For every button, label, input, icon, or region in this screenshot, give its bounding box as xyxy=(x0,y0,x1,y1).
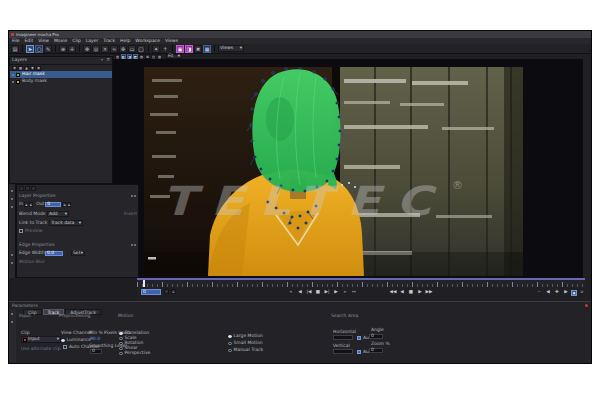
magnetic-spline-tool-icon[interactable]: ✜ xyxy=(119,45,127,53)
smoothing-field[interactable]: 0 xyxy=(90,349,102,354)
horizontal-auto-checkbox[interactable] xyxy=(357,336,361,340)
play-button[interactable]: ▶ xyxy=(332,287,340,297)
shear-radio[interactable] xyxy=(119,347,123,351)
collapse-icon[interactable] xyxy=(131,195,133,197)
timeline-ruler[interactable] xyxy=(137,280,585,287)
out-increment-button[interactable]: ▶ xyxy=(67,202,71,207)
timeline-zoom-icon[interactable]: ▸ xyxy=(171,289,176,294)
play-reverse-button[interactable]: ◀ xyxy=(296,287,304,297)
title-bar[interactable]: Imagineer mocha Pro xyxy=(9,31,592,38)
angle-field[interactable]: 0 xyxy=(369,334,383,339)
menu-movie[interactable]: Movie xyxy=(54,39,67,44)
pen-tool-icon[interactable]: ✎ xyxy=(44,45,52,53)
translation-radio[interactable] xyxy=(119,332,123,336)
edge-set-button[interactable]: Set ▾ xyxy=(71,251,85,256)
current-frame-field[interactable]: 0 xyxy=(141,289,161,295)
bezier-spline-tool-icon[interactable]: ≈ xyxy=(110,45,118,53)
link-to-track-dropdown[interactable]: Track data ▾ xyxy=(49,220,83,226)
prev-keyframe-button[interactable]: ◀ xyxy=(544,287,552,297)
menu-layer[interactable]: Layer xyxy=(86,39,99,44)
new-group-icon[interactable]: ▦ xyxy=(18,66,23,71)
corner-pin-tool-icon[interactable]: ✖ xyxy=(194,45,202,53)
new-layer-icon[interactable]: ✚ xyxy=(12,66,17,71)
ellipse-tool-icon[interactable]: ◯ xyxy=(137,45,145,53)
panel-options-icon[interactable] xyxy=(134,244,136,246)
menu-workspace[interactable]: Workspace xyxy=(135,39,160,44)
nudge-tool-icon[interactable]: ✛ xyxy=(68,45,76,53)
marquee-select-tool-icon[interactable]: ▢ xyxy=(35,45,43,53)
manual-track-radio[interactable] xyxy=(228,349,232,353)
transform-tool-icon[interactable]: ▣ xyxy=(176,45,184,53)
small-motion-radio[interactable] xyxy=(228,342,232,346)
side-strip-icon[interactable] xyxy=(11,206,13,208)
layer-color-chip[interactable] xyxy=(16,80,20,84)
blend-mode-dropdown[interactable]: Add ▾ xyxy=(47,211,69,217)
step-back-button[interactable]: |◀ xyxy=(305,287,313,297)
in-increment-button[interactable]: ▶ xyxy=(29,202,33,207)
large-motion-radio[interactable] xyxy=(228,335,232,339)
menu-view[interactable]: View xyxy=(38,39,49,44)
rectangle-tool-icon[interactable]: ▭ xyxy=(128,45,136,53)
vertical-field[interactable] xyxy=(333,349,353,354)
viewport-canvas[interactable]: TELTEC ® xyxy=(113,59,583,278)
pan-tool-icon[interactable]: ✥ xyxy=(83,45,91,53)
preview-checkbox[interactable] xyxy=(19,229,23,233)
delete-layer-icon[interactable]: ✖ xyxy=(36,66,41,71)
x-spline-tool-icon[interactable]: ✕ xyxy=(101,45,109,53)
stop-button[interactable]: ■ xyxy=(314,287,322,297)
layer-row-body[interactable]: Body mask xyxy=(10,78,112,85)
props-toolbar-icon[interactable] xyxy=(25,186,30,191)
move-layer-down-icon[interactable]: ▼ xyxy=(30,66,35,71)
out-frame-field[interactable]: 0 xyxy=(45,202,61,207)
alternate-clip-note[interactable]: Use alternate clip xyxy=(21,347,61,352)
auto-channel-checkbox[interactable] xyxy=(63,345,67,349)
in-decrement-button[interactable]: ◀ xyxy=(24,202,28,207)
params-strip-icon[interactable] xyxy=(11,321,13,323)
horizontal-field[interactable] xyxy=(333,335,353,340)
skew-tool-icon[interactable]: ◨ xyxy=(185,45,193,53)
menu-file[interactable]: File xyxy=(12,39,20,44)
add-shape-tool-icon[interactable]: ＋ xyxy=(161,44,169,54)
vertical-auto-checkbox[interactable] xyxy=(357,350,361,354)
step-forward-button[interactable]: ▶| xyxy=(323,287,331,297)
next-keyframe-button[interactable]: ▶ xyxy=(562,287,570,297)
add-keyframe-button[interactable]: ✚ xyxy=(553,287,561,297)
min-pixels-value[interactable]: 90.0 xyxy=(90,337,100,342)
visibility-eye-icon[interactable] xyxy=(12,74,14,76)
add-point-tool-icon[interactable]: ⊕ xyxy=(59,45,67,53)
side-strip-icon[interactable] xyxy=(11,254,13,256)
track-forwards-button[interactable]: ▶▶ xyxy=(425,287,433,297)
color-sample-tool-icon[interactable]: ✦ xyxy=(152,45,160,53)
zoom-field[interactable]: 0 xyxy=(369,348,383,353)
timeline-options-icon[interactable]: ⋮ xyxy=(164,289,169,294)
panel-options-icon[interactable] xyxy=(134,195,136,197)
invert-label[interactable]: Invert xyxy=(124,212,137,217)
uberkey-toggle[interactable]: ∪ xyxy=(578,287,586,297)
collapse-icon[interactable] xyxy=(131,244,133,246)
side-strip-icon[interactable] xyxy=(11,190,13,192)
track-step-forward-button[interactable]: ▶ xyxy=(416,287,424,297)
playhead[interactable] xyxy=(143,280,145,287)
video-frame[interactable]: TELTEC ® xyxy=(144,67,523,276)
autokey-toggle[interactable]: ▣ xyxy=(571,290,577,296)
goto-end-button[interactable]: » xyxy=(341,287,349,297)
views-dropdown[interactable]: Views ▾ xyxy=(218,45,244,52)
layer-color-chip[interactable] xyxy=(16,73,20,77)
range-button[interactable]: ↔ xyxy=(350,287,358,297)
luminance-radio[interactable] xyxy=(61,339,65,343)
menu-edit[interactable]: Edit xyxy=(25,39,34,44)
props-toolbar-icon[interactable] xyxy=(31,186,36,191)
grid-warp-tool-icon[interactable]: ▦ xyxy=(203,45,211,53)
add-layer-icon[interactable]: ＋ xyxy=(100,58,105,63)
side-strip-icon[interactable] xyxy=(11,262,13,264)
visibility-eye-icon[interactable] xyxy=(12,81,14,83)
rotation-radio[interactable] xyxy=(119,342,123,346)
save-icon[interactable]: ▤ xyxy=(11,45,19,53)
goto-start-button[interactable]: « xyxy=(287,287,295,297)
out-decrement-button[interactable]: ◀ xyxy=(62,202,66,207)
clip-dropdown[interactable]: Input ▾ xyxy=(21,336,61,343)
menu-track[interactable]: Track xyxy=(103,39,115,44)
zoom-tool-icon[interactable]: ◎ xyxy=(92,45,100,53)
side-strip-icon[interactable] xyxy=(11,198,13,200)
scale-radio[interactable] xyxy=(119,337,123,341)
